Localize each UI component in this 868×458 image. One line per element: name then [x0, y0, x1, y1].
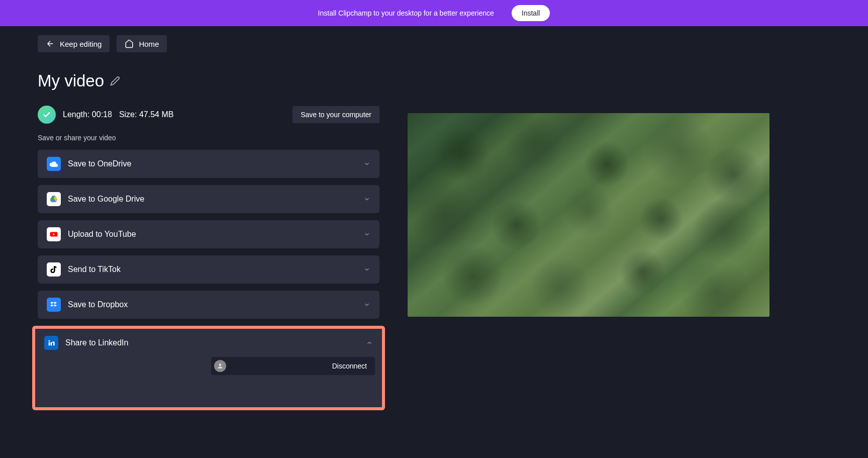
home-button[interactable]: Home — [117, 35, 167, 52]
home-icon — [125, 39, 134, 48]
chevron-up-icon — [366, 339, 373, 346]
install-banner-text: Install Clipchamp to your desktop for a … — [318, 9, 494, 17]
tiktok-label: Send to TikTok — [68, 265, 121, 274]
status-row: Length: 00:18 Size: 47.54 MB Save to you… — [38, 106, 379, 124]
linkedin-account-row: Disconnect — [211, 357, 375, 375]
youtube-label: Upload to YouTube — [68, 230, 136, 239]
tiktok-icon — [47, 262, 61, 277]
onedrive-label: Save to OneDrive — [68, 159, 131, 168]
arrow-left-icon — [46, 39, 55, 48]
account-avatar — [214, 360, 226, 372]
video-length: Length: 00:18 — [63, 110, 112, 119]
linkedin-header[interactable]: Share to LinkedIn — [35, 329, 382, 357]
linkedin-label: Share to LinkedIn — [65, 338, 128, 347]
share-option-youtube[interactable]: Upload to YouTube — [38, 220, 379, 248]
dropbox-icon — [47, 298, 61, 312]
chevron-down-icon — [363, 160, 370, 167]
left-panel: Keep editing Home My video — [38, 35, 379, 417]
share-option-dropbox[interactable]: Save to Dropbox — [38, 291, 379, 319]
keep-editing-label: Keep editing — [60, 40, 102, 48]
top-nav-buttons: Keep editing Home — [38, 35, 379, 52]
share-option-tiktok[interactable]: Send to TikTok — [38, 255, 379, 284]
onedrive-icon — [47, 157, 61, 171]
linkedin-body — [35, 382, 382, 407]
install-banner: Install Clipchamp to your desktop for a … — [0, 0, 868, 26]
gdrive-label: Save to Google Drive — [68, 195, 144, 204]
main-container: Keep editing Home My video — [0, 26, 868, 417]
share-option-linkedin-expanded: Share to LinkedIn Disconnect — [32, 326, 385, 410]
dropbox-label: Save to Dropbox — [68, 300, 128, 309]
video-preview — [408, 113, 769, 317]
youtube-icon — [47, 227, 61, 241]
share-section-label: Save or share your video — [38, 134, 379, 142]
title-row: My video — [38, 71, 379, 90]
save-to-computer-button[interactable]: Save to your computer — [293, 106, 379, 123]
disconnect-button[interactable]: Disconnect — [332, 362, 367, 370]
chevron-down-icon — [363, 266, 370, 273]
video-title: My video — [38, 71, 104, 90]
share-option-gdrive[interactable]: Save to Google Drive — [38, 185, 379, 213]
edit-icon[interactable] — [110, 76, 120, 86]
linkedin-icon — [44, 336, 58, 350]
install-button[interactable]: Install — [512, 5, 550, 21]
svg-point-1 — [219, 363, 222, 366]
video-size: Size: 47.54 MB — [119, 110, 174, 119]
chevron-down-icon — [363, 196, 370, 203]
home-label: Home — [139, 40, 159, 48]
chevron-down-icon — [363, 301, 370, 308]
status-check-icon — [38, 106, 56, 124]
chevron-down-icon — [363, 231, 370, 238]
share-option-onedrive[interactable]: Save to OneDrive — [38, 150, 379, 178]
keep-editing-button[interactable]: Keep editing — [38, 35, 110, 52]
gdrive-icon — [47, 192, 61, 206]
